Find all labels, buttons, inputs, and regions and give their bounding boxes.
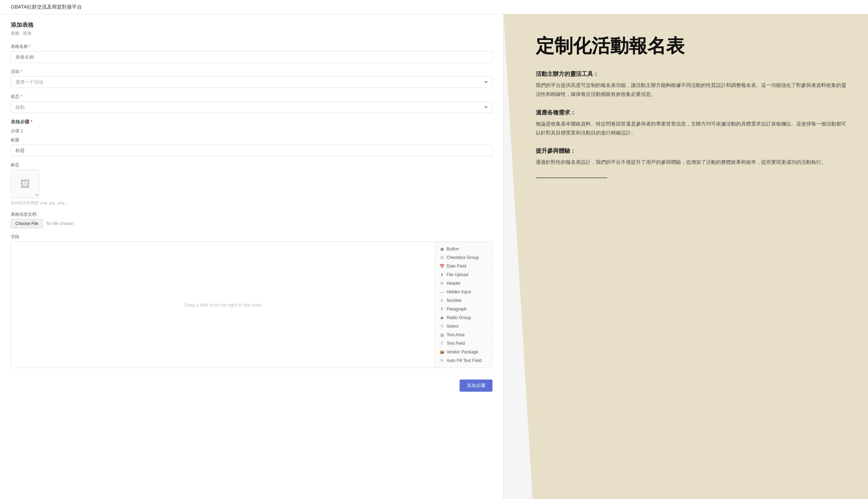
field-option-label-12: Vendor Package — [447, 349, 478, 354]
title-input[interactable] — [11, 145, 492, 156]
feature-title-0: 活動主辦方的靈活工具： — [536, 70, 850, 78]
doc-group: 表格信息文档 Choose File No file chosen — [11, 211, 492, 228]
right-content: 定制化活動報名表 活動主辦方的靈活工具： 我們的平台提供高度可定制的報名表功能，… — [521, 36, 850, 178]
fields-label: 字段 — [11, 234, 492, 240]
field-option-button[interactable]: ▣Button — [435, 245, 492, 253]
status-group: 状态 啟動 — [11, 94, 492, 113]
field-option-file-upload[interactable]: ⬆File Upload — [435, 270, 492, 279]
field-option-checkbox-group[interactable]: ☑Checkbox Group — [435, 253, 492, 262]
field-option-select[interactable]: ▽Select — [435, 322, 492, 331]
status-select[interactable]: 啟動 — [11, 101, 492, 113]
field-option-radio-group[interactable]: ◉Radio Group — [435, 313, 492, 322]
field-option-label-9: Select — [447, 324, 458, 329]
breadcrumb: 表格 · 添加 — [11, 30, 492, 36]
feature-title-2: 提升參與體驗： — [536, 147, 850, 155]
logo-group: 标志 🖼 ✎ 允许的文件类型: png, jpg, .png... — [11, 162, 492, 206]
form-page-title: 添加表格 — [11, 21, 492, 29]
field-option-icon-13: ✎ — [440, 358, 445, 363]
activity-select[interactable]: 選擇一个活动 — [11, 76, 492, 88]
field-option-label-13: Auto Fill Text Field — [447, 358, 482, 363]
field-option-icon-0: ▣ — [440, 246, 445, 251]
field-option-icon-9: ▽ — [440, 324, 445, 329]
right-panel: 定制化活動報名表 活動主辦方的靈活工具： 我們的平台提供高度可定制的報名表功能，… — [504, 14, 868, 499]
feature-desc-2: 通過針對性的報名表設計，我們的平台不僅提升了用戶的參與體驗，也增加了活動的整體效… — [536, 158, 850, 167]
top-bar: GBATA社群交流及商貿對接平台 — [0, 0, 868, 14]
add-step-button[interactable]: 添加步骤 — [460, 380, 492, 392]
field-option-icon-4: H — [440, 281, 445, 286]
site-title: GBATA社群交流及商貿對接平台 — [11, 4, 82, 10]
field-option-icon-8: ◉ — [440, 315, 445, 320]
activity-label: 活动 — [11, 69, 492, 75]
divider — [536, 177, 607, 178]
field-option-date-field[interactable]: 📅Date Field — [435, 262, 492, 270]
left-panel: 添加表格 表格 · 添加 表格名称 活动 選擇一个活动 状态 啟動 表格步骤 步… — [0, 14, 504, 499]
field-option-label-5: Hidden Input — [447, 289, 471, 294]
feature-desc-1: 無論是收集基本聯絡資料、特定問卷回答還是參與者的專業背景信息，主辦方均可依據活動… — [536, 119, 850, 137]
field-option-label-10: Text Area — [447, 332, 465, 337]
main-layout: 添加表格 表格 · 添加 表格名称 活动 選擇一个活动 状态 啟動 表格步骤 步… — [0, 14, 868, 499]
field-option-number[interactable]: #Number — [435, 296, 492, 305]
drag-area: Drag a field from the right to this area — [11, 242, 435, 368]
field-options-panel: ▣Button☑Checkbox Group📅Date Field⬆File U… — [435, 242, 492, 368]
field-option-icon-12: 📦 — [440, 349, 445, 354]
image-upload-area[interactable]: 🖼 ✎ — [11, 170, 39, 198]
title-group: 标题 — [11, 137, 492, 156]
steps-label: 表格步骤 — [11, 119, 492, 125]
field-option-label-8: Radio Group — [447, 315, 471, 320]
field-option-text-field[interactable]: TText Field — [435, 339, 492, 348]
field-option-label-2: Date Field — [447, 264, 466, 269]
field-option-icon-7: ¶ — [440, 307, 445, 312]
title-label: 标题 — [11, 137, 492, 143]
field-option-label-7: Paragraph — [447, 307, 467, 312]
field-option-label-11: Text Field — [447, 341, 465, 346]
fields-container: Drag a field from the right to this area… — [11, 241, 492, 368]
field-option-label-3: File Upload — [447, 272, 469, 277]
table-name-input[interactable] — [11, 51, 492, 63]
field-option-label-0: Button — [447, 246, 459, 251]
field-option-icon-6: # — [440, 298, 445, 303]
field-option-icon-1: ☑ — [440, 255, 445, 260]
field-option-paragraph[interactable]: ¶Paragraph — [435, 305, 492, 313]
fields-section: 字段 Drag a field from the right to this a… — [11, 234, 492, 368]
field-option-icon-11: T — [440, 341, 445, 346]
feature-desc-0: 我們的平台提供高度可定制的報名表功能，讓活動主辦方能夠根據不同活動的性質設計和調… — [536, 81, 850, 99]
activity-group: 活动 選擇一个活动 — [11, 69, 492, 88]
field-option-vendor-package[interactable]: 📦Vendor Package — [435, 348, 492, 356]
field-option-icon-5: — — [440, 289, 445, 294]
feature-title-1: 適應各種需求： — [536, 109, 850, 117]
edit-icon: ✎ — [35, 193, 38, 197]
field-option-label-1: Checkbox Group — [447, 255, 479, 260]
feature-block-1: 適應各種需求： 無論是收集基本聯絡資料、特定問卷回答還是參與者的專業背景信息，主… — [536, 109, 850, 137]
step-name: 步骤 1 — [11, 128, 492, 134]
upload-hint: 允许的文件类型: png, jpg, .png... — [11, 200, 492, 206]
status-label: 状态 — [11, 94, 492, 100]
field-option-icon-3: ⬆ — [440, 272, 445, 277]
field-option-header[interactable]: HHeader — [435, 279, 492, 288]
file-upload-row: Choose File No file chosen — [11, 219, 492, 228]
feature-block-0: 活動主辦方的靈活工具： 我們的平台提供高度可定制的報名表功能，讓活動主辦方能夠根… — [536, 70, 850, 99]
field-option-label-4: Header — [447, 281, 461, 286]
doc-label: 表格信息文档 — [11, 211, 492, 217]
no-file-text: No file chosen — [46, 221, 74, 226]
image-placeholder-icon: 🖼 — [20, 178, 30, 190]
logo-label: 标志 — [11, 162, 492, 168]
field-option-icon-10: ▤ — [440, 332, 445, 337]
field-option-auto-fill-text-field[interactable]: ✎Auto Fill Text Field — [435, 356, 492, 365]
field-option-label-6: Number — [447, 298, 462, 303]
field-option-text-area[interactable]: ▤Text Area — [435, 331, 492, 339]
table-name-group: 表格名称 — [11, 44, 492, 63]
page-heading: 定制化活動報名表 — [536, 36, 850, 56]
choose-file-button[interactable]: Choose File — [11, 219, 43, 228]
feature-block-2: 提升參與體驗： 通過針對性的報名表設計，我們的平台不僅提升了用戶的參與體驗，也增… — [536, 147, 850, 167]
field-option-hidden-input[interactable]: —Hidden Input — [435, 288, 492, 296]
table-name-label: 表格名称 — [11, 44, 492, 50]
steps-group: 表格步骤 步骤 1 标题 标志 🖼 ✎ 允许的文件类型: png, jpg, .… — [11, 119, 492, 368]
field-option-icon-2: 📅 — [440, 264, 445, 269]
